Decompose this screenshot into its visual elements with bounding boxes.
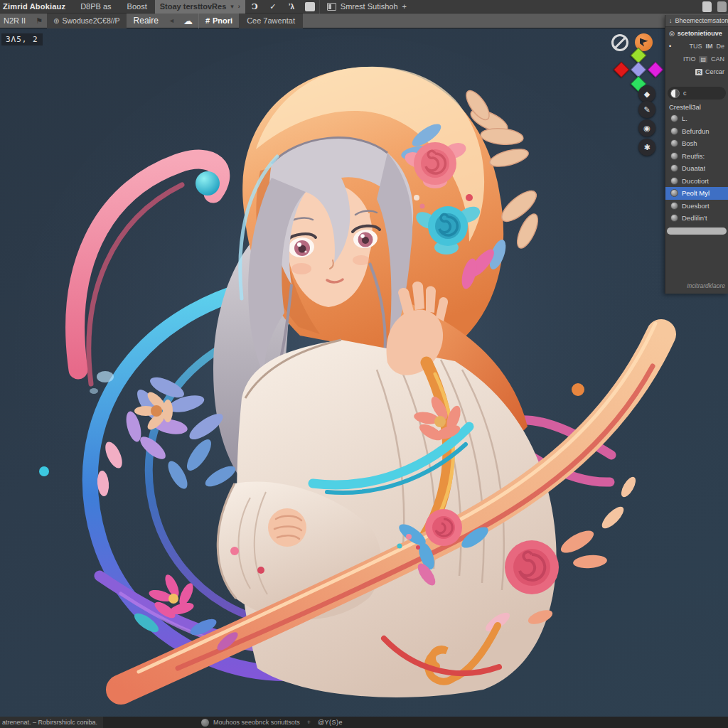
target-icon: ◎ — [669, 30, 675, 37]
panel-header[interactable]: ↓ Bheemectemsaton — [665, 15, 728, 27]
active-document-tab[interactable]: Cee 7awentat — [239, 14, 303, 28]
app-title: Zimrid Abokiauz — [0, 2, 73, 11]
layer-thumb-icon — [670, 139, 678, 147]
panel-spacer — [665, 78, 728, 85]
target-tool-button[interactable]: ◉ — [638, 119, 655, 136]
cursor-coordinates: 3Λ5, 2 — [1, 33, 43, 46]
panel-footer-text: Incitrardklaore — [665, 282, 728, 294]
layer-thumb-icon — [670, 202, 678, 210]
cloud-icon[interactable]: ☁ — [178, 16, 198, 26]
panel-chip-row: • TUS IM De — [665, 40, 728, 53]
layer-thumb-icon — [670, 152, 678, 160]
layer-row[interactable]: Dedlilin't — [665, 212, 728, 225]
pnori-button[interactable]: # Pnori — [198, 14, 239, 28]
document-icon-2[interactable] — [717, 1, 727, 12]
menubar-right-icons — [702, 1, 728, 12]
layer-thumb-icon — [670, 177, 678, 185]
chip-can[interactable]: CAN — [711, 55, 724, 63]
panel-header-label: Bheemectemsaton — [675, 17, 728, 24]
layer-row[interactable]: Befurdun — [665, 125, 728, 138]
panel-toggle-icon[interactable] — [305, 2, 315, 11]
pin-icon[interactable]: ⚑ — [31, 16, 47, 26]
layer-thumb-icon — [670, 127, 678, 135]
chip-itio[interactable]: ITIO — [683, 55, 696, 63]
small-box-icon: ▤ — [699, 56, 707, 63]
options-toolbar: N2R II ⚑ ⊕ Swoduse2C€8//P Reaire ◄ ☁ # P… — [0, 14, 728, 28]
undo-icon[interactable]: C — [245, 2, 264, 11]
check-icon[interactable]: ✓ — [264, 2, 282, 11]
chip-tus[interactable]: TUS — [689, 43, 702, 50]
document-icon[interactable] — [702, 1, 712, 12]
download-icon: ↓ — [669, 17, 673, 24]
art-application-window: Zimrid Abokiauz D8PB as Boost Stoay ters… — [0, 0, 728, 728]
chevron-right-icon: › — [238, 3, 240, 10]
triangle-left-icon[interactable]: ◄ — [166, 17, 178, 24]
cercar-button[interactable]: Cercar — [705, 68, 724, 75]
r-badge-icon: R — [695, 69, 702, 75]
layer-thumb-icon — [670, 164, 678, 172]
window-icon — [327, 3, 336, 11]
scrollbar-thumb[interactable] — [667, 228, 727, 235]
mode-dropdown-value: Stoay tersttovRes — [160, 2, 227, 11]
layer-thumb-icon — [670, 189, 678, 197]
settings-tool-button[interactable]: ✱ — [638, 139, 655, 156]
toolbar-reaire-button[interactable]: Reaire — [127, 16, 166, 26]
teal-sphere — [196, 171, 220, 196]
layers-panel: ↓ Bheemectemsaton ◎ scetonietiouve • TUS… — [665, 15, 728, 294]
layer-row[interactable]: L. — [665, 112, 728, 125]
plus-icon[interactable]: + — [304, 719, 314, 726]
search-value: c — [683, 90, 687, 97]
menu-item-2[interactable]: Boost — [119, 2, 155, 11]
status-center-text: Mouhoos seeobnck soriuttsots — [213, 719, 300, 726]
chevron-down-icon: ▾ — [230, 3, 234, 10]
diamond-tool-button[interactable]: ◆ — [638, 85, 655, 102]
layer-row[interactable]: Reutfis: — [665, 150, 728, 163]
hash-icon: # — [205, 16, 210, 25]
bullet-icon: • — [669, 43, 671, 50]
panel-search-field[interactable]: c — [668, 87, 726, 100]
status-left-text: atrenenat. – Robirsrshiolc coniba. — [0, 717, 103, 728]
left-fist — [268, 508, 306, 547]
chip-de[interactable]: De — [716, 43, 724, 50]
window-tab-label: Smrest Sutishoh — [341, 2, 398, 11]
layer-row-selected[interactable]: Peolt Myl — [665, 187, 728, 200]
toolbar-left-label: N2R II — [0, 16, 31, 25]
chip-im[interactable]: IM — [705, 43, 712, 50]
source-pill[interactable]: ⊕ Swoduse2C€8//P — [47, 14, 127, 28]
contrast-icon — [670, 89, 680, 98]
cercar-row: R Cercar — [665, 65, 728, 78]
status-bar: atrenenat. – Robirsrshiolc coniba. Mouho… — [0, 717, 728, 728]
menu-item-1[interactable]: D8PB as — [73, 2, 119, 11]
menu-bar: Zimrid Abokiauz D8PB as Boost Stoay ters… — [0, 0, 728, 14]
hijab-girl-illustration — [0, 28, 728, 717]
panel-subheader[interactable]: ◎ scetonietiouve — [665, 27, 728, 40]
status-right-text: @Y(S)e — [318, 719, 343, 726]
status-circle-icon — [201, 719, 209, 727]
panel-chip-row-2: ITIO ▤ CAN — [665, 53, 728, 65]
pnori-label: Pnori — [213, 16, 232, 25]
layer-list-header: Crestell3al — [665, 101, 728, 112]
status-center: Mouhoos seeobnck soriuttsots + @Y(S)e — [201, 719, 343, 727]
layer-row[interactable]: Ducotiort — [665, 175, 728, 188]
pose-tool-icon[interactable]: ʼλ — [282, 3, 301, 11]
source-pill-label: Swoduse2C€8//P — [62, 16, 119, 25]
layer-thumb-icon — [670, 214, 678, 222]
brush-tool-button[interactable]: ✎ — [638, 101, 655, 118]
prohibit-icon[interactable] — [611, 34, 628, 51]
mode-dropdown[interactable]: Stoay tersttovRes ▾ › — [155, 0, 245, 14]
artwork-canvas[interactable]: 3Λ5, 2 ◆ ✎ ◉ ✱ — [0, 28, 728, 717]
layer-row[interactable]: Bosh — [665, 137, 728, 150]
new-tab-button[interactable]: + — [402, 2, 407, 11]
layer-row[interactable]: Duesbort — [665, 200, 728, 213]
panel-subheader-label: scetonietiouve — [678, 30, 722, 37]
globe-icon: ⊕ — [53, 17, 59, 25]
layer-row[interactable]: Duaatat — [665, 162, 728, 175]
layer-thumb-icon — [670, 114, 678, 122]
window-tab[interactable]: Smrest Sutishoh + — [319, 0, 414, 14]
